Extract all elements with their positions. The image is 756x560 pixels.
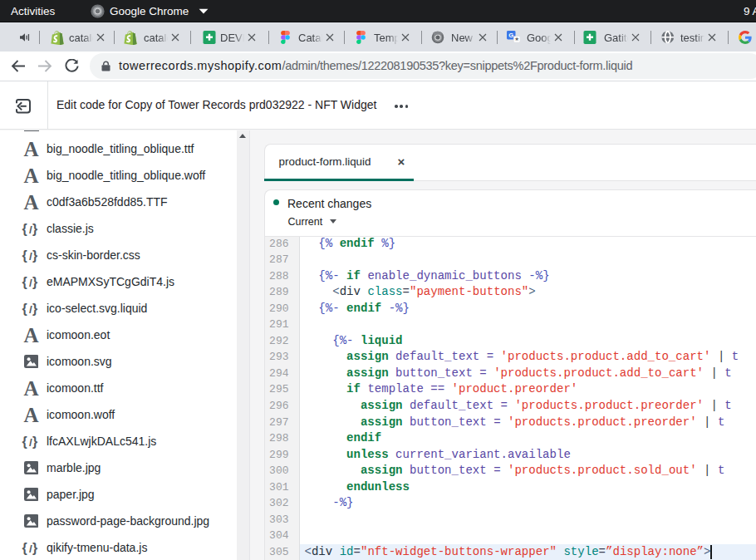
svg-text:G: G xyxy=(508,31,513,38)
svg-text:★: ★ xyxy=(514,36,519,42)
